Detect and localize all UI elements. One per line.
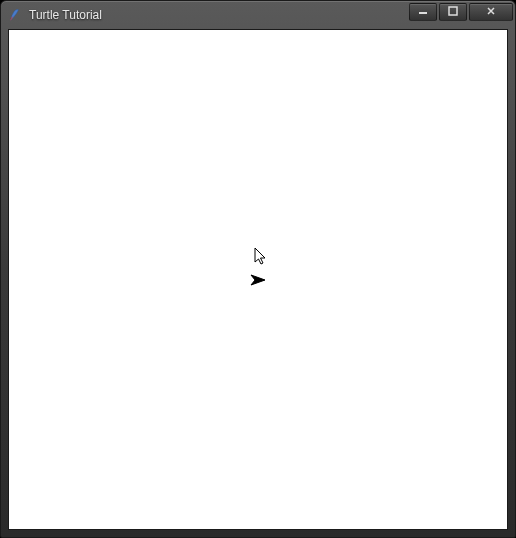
window-frame: Turtle Tutorial: [0, 0, 516, 538]
maximize-button[interactable]: [439, 3, 467, 21]
titlebar-left: Turtle Tutorial: [7, 7, 102, 23]
maximize-icon: [448, 6, 458, 18]
svg-marker-2: [251, 275, 265, 285]
window-controls: [409, 3, 515, 23]
svg-rect-0: [419, 12, 427, 14]
tk-feather-icon: [7, 7, 23, 23]
minimize-button[interactable]: [409, 3, 437, 21]
close-button[interactable]: [469, 3, 513, 21]
turtle-canvas[interactable]: [9, 30, 507, 529]
client-area: [8, 29, 508, 530]
close-icon: [486, 6, 496, 18]
svg-rect-1: [449, 7, 457, 15]
minimize-icon: [418, 6, 428, 18]
window-title: Turtle Tutorial: [29, 8, 102, 22]
titlebar[interactable]: Turtle Tutorial: [1, 1, 515, 29]
turtle-cursor: [249, 273, 267, 287]
mouse-pointer-icon: [254, 247, 268, 267]
